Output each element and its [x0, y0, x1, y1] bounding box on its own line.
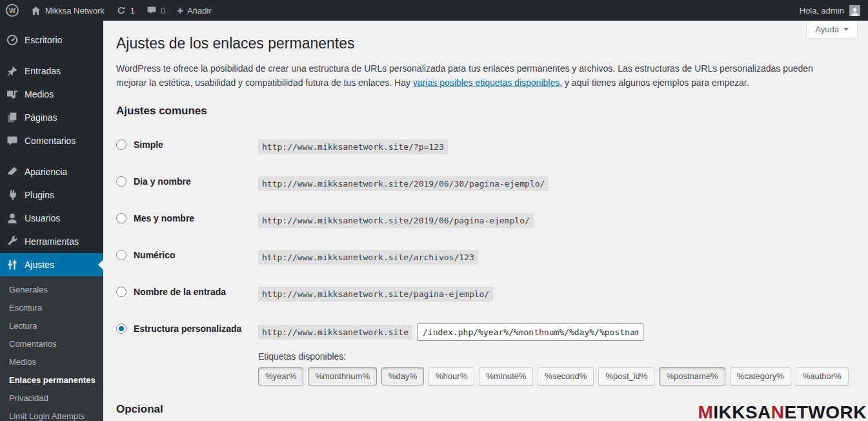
- sidebar-item-plugins[interactable]: Plugins: [0, 183, 103, 207]
- option-numerico[interactable]: Numérico: [116, 250, 258, 260]
- site-name-label: Mikksa Network: [45, 6, 105, 15]
- intro-text-after: , y aquí tienes algunos ejemplos para em…: [560, 77, 749, 88]
- option-nombre-entrada[interactable]: Nombre de la entrada: [116, 287, 258, 297]
- comment-count: 0: [161, 6, 165, 15]
- radio-dia-y-nombre[interactable]: [116, 176, 126, 187]
- available-tags-link[interactable]: varias posibles etiquetas disponibles: [413, 77, 560, 88]
- mikksanetwork-watermark: MIKKSANETWORK: [698, 402, 867, 421]
- comments-icon: [6, 134, 19, 147]
- update-refresh-icon: [116, 5, 126, 15]
- submenu-item-medios[interactable]: Medios: [0, 353, 103, 371]
- submenu-item-escritura[interactable]: Escritura: [0, 299, 103, 317]
- sidebar-item-entradas[interactable]: Entradas: [0, 59, 103, 83]
- site-name-menu[interactable]: Mikksa Network: [25, 0, 110, 21]
- permalink-option-row: Mes y nombre http://www.mikksanetwork.si…: [116, 213, 855, 228]
- wordpress-logo-menu[interactable]: W: [0, 0, 25, 21]
- option-mes-y-nombre[interactable]: Mes y nombre: [116, 213, 258, 223]
- comments-menu[interactable]: 0: [141, 0, 171, 21]
- option-label: Día y nombre: [134, 176, 191, 187]
- settings-submenu: Generales Escritura Lectura Comentarios …: [0, 276, 103, 421]
- common-settings-heading: Ajustes comunes: [116, 105, 855, 118]
- option-label: Numérico: [134, 250, 176, 260]
- updates-menu[interactable]: 1: [110, 0, 141, 21]
- radio-mes-y-nombre[interactable]: [116, 213, 126, 223]
- help-label: Ayuda: [815, 25, 839, 34]
- chevron-down-icon: [843, 28, 849, 31]
- new-content-label: Añadir: [187, 6, 212, 15]
- submenu-item-enlaces-permanentes[interactable]: Enlaces permanentes: [0, 371, 103, 389]
- tag-second-button[interactable]: %second%: [538, 367, 594, 385]
- home-icon: [30, 5, 41, 16]
- tag-category-button[interactable]: %category%: [730, 367, 791, 385]
- sidebar-item-label: Comentarios: [25, 135, 76, 147]
- submenu-item-privacidad[interactable]: Privacidad: [0, 389, 103, 407]
- radio-estructura-personalizada[interactable]: [116, 323, 126, 334]
- option-estructura-personalizada[interactable]: Estructura personalizada: [116, 323, 258, 334]
- option-dia-y-nombre[interactable]: Día y nombre: [116, 176, 258, 187]
- site-url-prefix: http://www.mikksanetwork.site: [258, 325, 412, 340]
- update-count: 1: [130, 6, 135, 15]
- radio-simple[interactable]: [116, 139, 126, 150]
- sidebar-item-paginas[interactable]: Páginas: [0, 106, 103, 129]
- tag-monthnum-button[interactable]: %monthnum%: [308, 367, 377, 385]
- sidebar-item-ajustes[interactable]: Ajustes: [0, 253, 103, 276]
- submenu-item-limit-login-attempts[interactable]: Limit Login Attempts: [0, 407, 103, 421]
- main-content: Ayuda Ajustes de los enlaces permanentes…: [103, 21, 868, 421]
- example-url: http://www.mikksanetwork.site/2019/06/30…: [258, 176, 549, 191]
- submenu-item-generales[interactable]: Generales: [0, 281, 103, 299]
- comment-bubble-icon: [146, 5, 157, 15]
- sidebar-item-herramientas[interactable]: Herramientas: [0, 230, 103, 253]
- structure-tags-row: %year% %monthnum% %day% %hour% %minute% …: [258, 367, 855, 385]
- sidebar-item-apariencia[interactable]: Apariencia: [0, 160, 103, 183]
- available-tags-label: Etiquetas disponibles:: [258, 351, 855, 362]
- tag-hour-button[interactable]: %hour%: [429, 367, 474, 385]
- dashboard-icon: [6, 34, 19, 46]
- tag-year-button[interactable]: %year%: [258, 367, 303, 385]
- plus-icon: +: [177, 5, 183, 16]
- sidebar-item-usuarios[interactable]: Usuarios: [0, 207, 103, 230]
- option-simple[interactable]: Simple: [116, 139, 258, 150]
- sidebar-item-label: Plugins: [25, 189, 54, 201]
- account-greeting[interactable]: Hola, admin: [800, 6, 844, 15]
- radio-numerico[interactable]: [116, 250, 126, 260]
- submenu-item-comentarios[interactable]: Comentarios: [0, 335, 103, 353]
- user-icon: [6, 212, 19, 225]
- example-url: http://www.mikksanetwork.site/pagina-eje…: [258, 287, 493, 302]
- watermark-text: ETWORK: [785, 402, 867, 421]
- help-button[interactable]: Ayuda: [806, 21, 858, 39]
- sidebar-item-label: Escritorio: [25, 34, 62, 46]
- tag-post-id-button[interactable]: %post_id%: [598, 367, 654, 385]
- tag-minute-button[interactable]: %minute%: [479, 367, 533, 385]
- wordpress-logo-icon: W: [6, 4, 19, 17]
- sidebar-item-comentarios[interactable]: Comentarios: [0, 129, 103, 152]
- tag-day-button[interactable]: %day%: [381, 367, 424, 385]
- option-label: Simple: [134, 139, 163, 150]
- custom-structure-input[interactable]: [418, 323, 643, 341]
- example-url: http://www.mikksanetwork.site/?p=123: [258, 139, 448, 154]
- radio-nombre-entrada[interactable]: [116, 287, 126, 297]
- tag-postname-button[interactable]: %postname%: [659, 367, 725, 385]
- sidebar-item-label: Entradas: [25, 65, 61, 77]
- tag-author-button[interactable]: %author%: [796, 367, 849, 385]
- option-label: Mes y nombre: [134, 213, 194, 223]
- submenu-item-lectura[interactable]: Lectura: [0, 317, 103, 335]
- permalink-option-row: Numérico http://www.mikksanetwork.site/a…: [116, 250, 855, 265]
- plugin-icon: [6, 189, 19, 201]
- example-url: http://www.mikksanetwork.site/archivos/1…: [258, 250, 478, 265]
- page-title: Ajustes de los enlaces permanentes: [116, 35, 855, 52]
- intro-paragraph: WordPress te ofrece la posibilidad de cr…: [116, 62, 833, 90]
- sidebar-item-label: Apariencia: [25, 166, 67, 178]
- sidebar-item-escritorio[interactable]: Escritorio: [0, 28, 103, 52]
- sidebar-item-label: Usuarios: [25, 212, 60, 224]
- admin-sidebar: Escritorio Entradas Medios Páginas Come: [0, 21, 103, 421]
- sidebar-item-medios[interactable]: Medios: [0, 83, 103, 106]
- avatar[interactable]: [849, 5, 860, 16]
- watermark-letter: M: [698, 402, 713, 421]
- example-url: http://www.mikksanetwork.site/2019/06/pa…: [258, 213, 534, 228]
- permalink-option-row: Día y nombre http://www.mikksanetwork.si…: [116, 176, 855, 191]
- new-content-menu[interactable]: + Añadir: [171, 0, 217, 21]
- watermark-letter: N: [771, 402, 785, 421]
- settings-sliders-icon: [6, 258, 19, 271]
- admin-bar: W Mikksa Network 1 0 + Añadir Hola, admi…: [0, 0, 868, 21]
- custom-structure-value: http://www.mikksanetwork.site: [258, 323, 643, 341]
